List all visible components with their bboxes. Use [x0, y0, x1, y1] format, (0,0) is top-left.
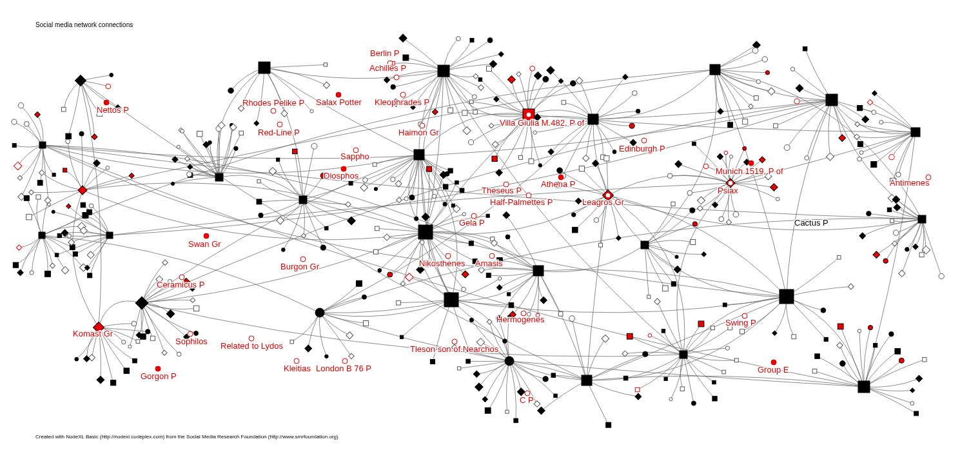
- svg-rect-140: [486, 273, 491, 278]
- svg-point-463: [489, 253, 495, 259]
- svg-point-284: [66, 139, 70, 144]
- svg-rect-327: [858, 105, 863, 110]
- svg-point-163: [840, 361, 846, 367]
- svg-rect-271: [37, 181, 43, 186]
- svg-point-216: [719, 217, 724, 222]
- svg-point-401: [669, 398, 672, 401]
- svg-rect-256: [124, 368, 129, 373]
- svg-point-353: [177, 145, 180, 148]
- svg-rect-186: [554, 394, 557, 397]
- svg-rect-247: [150, 336, 155, 340]
- svg-rect-304: [88, 273, 92, 278]
- svg-rect-165: [838, 324, 843, 329]
- svg-point-175: [910, 402, 914, 405]
- graph-nodes: [12, 34, 945, 427]
- node-label: Amasis: [475, 259, 503, 268]
- svg-point-355: [181, 129, 184, 133]
- svg-point-98: [391, 177, 395, 182]
- svg-point-199: [469, 318, 473, 322]
- svg-rect-38: [478, 78, 482, 81]
- node-label: Leagros Gr: [582, 197, 625, 207]
- svg-rect-128: [400, 335, 404, 338]
- svg-rect-374: [257, 199, 262, 204]
- svg-point-50: [629, 123, 634, 128]
- node-label: Ceramicus P: [157, 280, 204, 289]
- svg-rect-356: [197, 131, 202, 136]
- svg-rect-257: [111, 380, 116, 386]
- svg-point-371: [282, 248, 286, 252]
- svg-point-144: [505, 235, 510, 239]
- svg-point-252: [146, 329, 150, 334]
- svg-point-205: [594, 218, 599, 223]
- svg-rect-260: [84, 356, 90, 362]
- svg-point-83: [790, 67, 794, 71]
- svg-rect-192: [482, 396, 487, 402]
- svg-rect-400: [680, 387, 684, 391]
- svg-rect-40: [507, 75, 515, 83]
- svg-point-423: [315, 308, 324, 317]
- svg-point-320: [889, 155, 894, 160]
- svg-point-453: [728, 181, 733, 186]
- svg-rect-139: [496, 285, 502, 291]
- svg-rect-88: [444, 184, 448, 189]
- svg-rect-97: [395, 181, 402, 187]
- svg-rect-258: [97, 376, 104, 384]
- svg-point-250: [128, 345, 132, 348]
- graph-edges: [14, 38, 941, 425]
- svg-point-364: [234, 146, 238, 150]
- svg-point-443: [271, 108, 276, 113]
- svg-rect-179: [363, 320, 368, 326]
- svg-rect-188: [517, 388, 525, 396]
- svg-rect-224: [692, 142, 696, 146]
- svg-rect-427: [135, 297, 148, 309]
- svg-rect-206: [573, 227, 578, 233]
- svg-point-44: [543, 76, 549, 82]
- svg-rect-147: [848, 284, 854, 289]
- svg-rect-59: [562, 101, 565, 104]
- svg-rect-233: [770, 184, 778, 191]
- svg-point-313: [52, 210, 55, 213]
- svg-rect-281: [29, 190, 34, 195]
- svg-point-339: [893, 230, 899, 236]
- svg-point-322: [858, 157, 862, 161]
- svg-rect-184: [290, 340, 293, 343]
- svg-rect-1: [323, 82, 329, 88]
- svg-rect-17: [448, 108, 453, 113]
- svg-rect-30: [496, 170, 502, 176]
- svg-point-383: [692, 222, 697, 226]
- svg-rect-70: [743, 119, 748, 124]
- svg-rect-343: [887, 208, 891, 211]
- svg-rect-176: [914, 411, 919, 416]
- svg-rect-398: [712, 396, 717, 401]
- svg-point-33: [469, 140, 474, 145]
- svg-point-440: [104, 100, 109, 105]
- svg-point-119: [378, 269, 382, 273]
- svg-rect-102: [373, 162, 377, 166]
- svg-rect-296: [44, 271, 50, 277]
- svg-rect-421: [582, 375, 592, 386]
- svg-rect-160: [551, 373, 555, 377]
- svg-rect-274: [14, 162, 22, 170]
- svg-point-254: [122, 340, 126, 344]
- svg-rect-246: [162, 350, 167, 355]
- svg-rect-420: [779, 289, 794, 304]
- svg-point-81: [794, 99, 799, 104]
- svg-point-7: [456, 36, 460, 41]
- svg-point-78: [805, 156, 809, 161]
- svg-rect-67: [768, 88, 775, 95]
- svg-point-445: [400, 92, 406, 97]
- svg-point-347: [171, 182, 174, 185]
- svg-rect-130: [406, 273, 414, 282]
- svg-rect-25: [403, 55, 409, 61]
- svg-rect-208: [575, 198, 581, 204]
- graph-labels: Nettos PBerlin PAchilles PRhodes Pelike …: [73, 48, 930, 405]
- svg-rect-222: [675, 161, 682, 168]
- svg-point-73: [872, 110, 876, 115]
- svg-point-9: [487, 38, 493, 43]
- svg-rect-368: [325, 226, 328, 230]
- svg-rect-121: [384, 234, 390, 240]
- svg-point-169: [889, 331, 894, 336]
- svg-rect-299: [13, 262, 18, 268]
- svg-point-207: [572, 213, 576, 217]
- svg-point-472: [294, 358, 299, 364]
